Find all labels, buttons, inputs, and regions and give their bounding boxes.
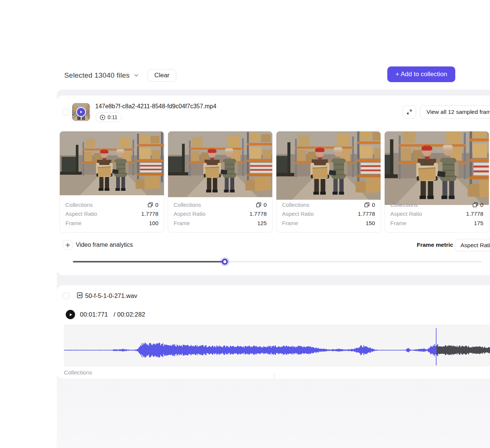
frame-label: Frame [390, 220, 406, 226]
frame-card[interactable]: Collections 0 Aspect Ratio 1.7778 Frame … [59, 131, 164, 233]
frame-label: Frame [282, 220, 298, 226]
frame-image [168, 131, 272, 195]
frame-value: 175 [474, 220, 483, 226]
page: { "page": { "background": "#ffffff" }, "… [0, 0, 490, 448]
frame-metric-label: Frame metric [417, 242, 453, 248]
video-duration-value: 0:11 [108, 114, 117, 120]
collections-value: 0 [155, 202, 158, 208]
slider-handle-core [222, 259, 228, 265]
frame-metadata: Collections 0 Aspect Ratio 1.7778 Frame … [276, 195, 381, 228]
frame-image [60, 131, 164, 195]
audio-collections-label: Collections [64, 369, 92, 376]
expand-button[interactable] [403, 105, 416, 119]
aspect-ratio-value: 1.7778 [141, 211, 158, 217]
waveform-graphic [64, 324, 490, 367]
audio-waveform[interactable] [64, 324, 490, 367]
collections-value: 0 [264, 202, 267, 208]
video-file-card: 147e8b7f-c8a2-4211-8548-fd9c04f7c357.mp4… [57, 96, 490, 275]
frame-value: 150 [366, 220, 375, 226]
audio-file-icon [77, 292, 83, 300]
frame-card[interactable]: Collections 0 Aspect Ratio 1.7778 Frame … [276, 131, 381, 233]
video-duration-badge: 0:11 [95, 112, 122, 122]
audio-file-card: 50-f-5-1-0-271.wav 00:01:771 / 00:02:282… [57, 285, 490, 379]
aspect-ratio-value: 1.7778 [358, 211, 375, 217]
aspect-ratio-label: Aspect Ratio [390, 211, 422, 217]
aspect-ratio-label: Aspect Ratio [174, 211, 205, 217]
audio-filename: 50-f-5-1-0-271.wav [85, 292, 137, 299]
aspect-ratio-label: Aspect Ratio [65, 211, 97, 217]
collections-label: Collections [174, 202, 201, 208]
video-filename: 147e8b7f-c8a2-4211-8548-fd9c04f7c357.mp4 [95, 103, 216, 110]
collections-icon [256, 202, 261, 208]
collections-label: Collections [390, 202, 418, 208]
slider-handle[interactable] [220, 257, 229, 266]
frame-image [276, 131, 381, 195]
video-file-checkbox[interactable] [63, 109, 69, 115]
collections-value: 0 [372, 202, 375, 208]
frame-metadata: Collections 0 Aspect Ratio 1.7778 Frame … [60, 195, 164, 228]
frame-value: 100 [149, 220, 158, 226]
waveform-playhead [436, 328, 437, 365]
collections-label: Collections [65, 202, 93, 208]
audio-file-checkbox[interactable] [63, 292, 69, 299]
frame-metric-select[interactable]: Aspect Ratio [455, 239, 490, 251]
audio-play-button[interactable] [66, 310, 75, 319]
plus-icon [65, 243, 70, 248]
frame-card[interactable]: Collections 0 Aspect Ratio 1.7778 Frame … [384, 131, 489, 233]
video-frame-analytics-label: Video frame analytics [76, 242, 133, 248]
audio-current-time: 00:01:771 [80, 311, 108, 318]
frame-scrubber-slider[interactable] [73, 258, 484, 265]
expand-icon [406, 109, 412, 115]
collections-icon [364, 202, 370, 208]
audio-time-row: 00:01:771 / 00:02:282 [80, 311, 145, 318]
selection-toolbar: Selected 13040 files Clear + Add to coll… [57, 62, 490, 89]
aspect-ratio-value: 1.7778 [466, 211, 483, 217]
collections-icon [472, 202, 478, 208]
collections-icon [148, 202, 153, 208]
selected-count-label: Selected 13040 files [64, 71, 130, 80]
frame-value: 125 [257, 220, 267, 226]
add-to-collection-button[interactable]: + Add to collection [387, 66, 455, 82]
aspect-ratio-label: Aspect Ratio [282, 211, 314, 217]
view-all-frames-button[interactable]: View all 12 sampled frames [420, 105, 490, 119]
video-frame-analytics-toggle[interactable] [63, 240, 72, 250]
sampled-frames-row: Collections 0 Aspect Ratio 1.7778 Frame … [59, 131, 489, 233]
frame-card[interactable]: Collections 0 Aspect Ratio 1.7778 Frame … [168, 131, 273, 233]
clear-selection-button[interactable]: Clear [148, 69, 176, 82]
collections-value: 0 [480, 202, 483, 208]
play-circle-icon [100, 115, 105, 120]
frame-image [385, 131, 489, 195]
audio-total-time: / 00:02:282 [114, 311, 145, 318]
chevron-down-icon[interactable] [134, 73, 139, 78]
play-overlay-icon [76, 107, 86, 117]
video-thumbnail[interactable] [72, 103, 90, 121]
aspect-ratio-value: 1.7778 [249, 211, 267, 217]
frame-metadata: Collections 0 Aspect Ratio 1.7778 Frame … [168, 195, 272, 228]
metadata-column-divider [274, 374, 275, 379]
frame-label: Frame [174, 220, 190, 226]
frame-label: Frame [65, 220, 81, 226]
slider-fill [73, 261, 225, 262]
collections-label: Collections [282, 202, 309, 208]
play-icon [69, 313, 72, 317]
